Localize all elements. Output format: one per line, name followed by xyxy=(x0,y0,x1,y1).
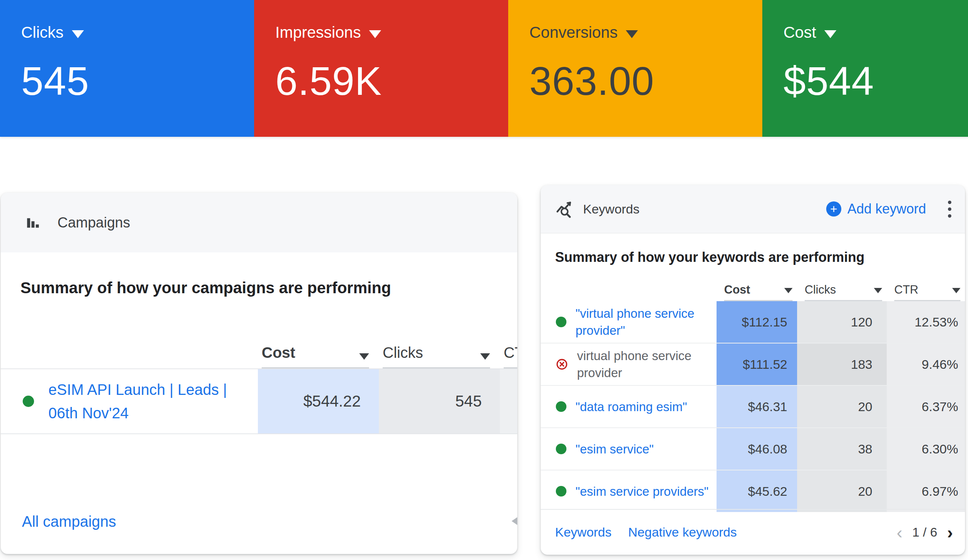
keywords-trend-search-icon xyxy=(555,200,573,218)
keyword-cost-cell: $45.62 xyxy=(716,471,797,512)
keyword-ctr-cell: 6.37% xyxy=(887,386,965,427)
status-enabled-icon xyxy=(23,396,34,407)
keywords-summary: Summary of how your keywords are perform… xyxy=(555,249,864,265)
metric-selector[interactable]: Clicks xyxy=(21,23,254,41)
metric-value: 545 xyxy=(21,58,254,104)
status-enabled-icon xyxy=(556,401,567,412)
keyword-row: "esim service" $46.08 38 6.30% xyxy=(541,427,965,470)
metric-label: Conversions xyxy=(529,23,617,41)
metric-value: 363.00 xyxy=(529,58,762,104)
campaigns-card-header: Campaigns xyxy=(1,193,517,253)
plus-circle-icon: + xyxy=(826,202,841,216)
negative-keywords-tab-link[interactable]: Negative keywords xyxy=(628,525,737,540)
header-cell-clicks[interactable]: Clicks xyxy=(797,280,887,301)
bar-chart-icon xyxy=(24,214,41,231)
campaign-table-row: eSIM API Launch | Leads | 06th Nov'24 $5… xyxy=(1,368,517,434)
keyword-ctr-cell: 9.46% xyxy=(887,344,965,385)
metric-value: $544 xyxy=(784,58,968,104)
header-cell-cost[interactable]: Cost xyxy=(258,334,379,368)
sort-triangle-icon xyxy=(952,288,960,293)
keyword-name-cell: virtual phone service provider xyxy=(541,344,716,385)
campaign-name-cell: eSIM API Launch | Leads | 06th Nov'24 xyxy=(1,369,258,433)
campaign-ctr-cell xyxy=(500,369,517,433)
keyword-name-cell: "esim service" xyxy=(541,428,716,470)
header-cell-cost[interactable]: Cost xyxy=(716,280,797,301)
keyword-cost-cell: $112.15 xyxy=(716,301,797,343)
campaigns-table: Cost Clicks CTR eSIM API Launch | xyxy=(1,334,517,434)
metric-selector[interactable]: Impressions xyxy=(275,23,508,41)
keywords-card: Keywords + Add keyword Summary of how yo… xyxy=(541,185,965,555)
plus-glyph: + xyxy=(830,203,837,215)
chevron-down-icon xyxy=(824,30,836,38)
page-next-chevron-icon[interactable]: › xyxy=(947,524,953,541)
keywords-footer: Keywords Negative keywords ‹ 1 / 6 › xyxy=(541,509,965,555)
keyword-name-cell: "virtual phone service provider" xyxy=(541,301,716,343)
keyword-cost-cell: $46.08 xyxy=(716,428,797,470)
column-label-clicks: Clicks xyxy=(805,283,836,297)
campaign-cost-cell: $544.22 xyxy=(258,369,379,433)
sort-triangle-icon xyxy=(874,288,882,293)
column-label-ctr: CTR xyxy=(504,344,517,361)
add-keyword-button[interactable]: + Add keyword xyxy=(826,201,926,217)
metric-selector[interactable]: Cost xyxy=(784,23,968,41)
keyword-clicks-cell: 38 xyxy=(797,428,887,470)
status-enabled-icon xyxy=(556,486,567,497)
keyword-row: virtual phone service provider $111.52 1… xyxy=(541,343,965,385)
column-label-cost: Cost xyxy=(724,283,750,297)
keywords-title: Keywords xyxy=(583,202,640,216)
keyword-link[interactable]: "virtual phone service provider" xyxy=(575,305,716,339)
campaigns-summary: Summary of how your campaigns are perfor… xyxy=(20,279,391,297)
keyword-row: "virtual phone service provider" $112.15… xyxy=(541,301,965,343)
chevron-down-icon xyxy=(369,30,381,38)
clipped-left-triangle-icon[interactable] xyxy=(512,515,517,527)
page-indicator: 1 / 6 xyxy=(912,525,937,540)
keyword-cost-cell: $111.52 xyxy=(716,344,797,385)
chevron-down-icon xyxy=(72,30,84,38)
metric-selector[interactable]: Conversions xyxy=(529,23,762,41)
page-prev-chevron-icon[interactable]: ‹ xyxy=(897,524,902,541)
keyword-ctr-cell: 6.30% xyxy=(887,428,965,470)
keywords-table: Cost Clicks CTR "virtual phone s xyxy=(541,280,965,512)
keyword-clicks-cell: 120 xyxy=(797,301,887,343)
header-cell-clicks[interactable]: Clicks xyxy=(379,334,500,368)
keyword-link[interactable]: "data roaming esim" xyxy=(575,398,687,415)
keywords-tab-link[interactable]: Keywords xyxy=(555,525,612,540)
keyword-ctr-cell: 6.97% xyxy=(887,471,965,512)
keyword-link[interactable]: "esim service" xyxy=(575,441,654,458)
column-label-cost: Cost xyxy=(262,344,295,361)
metric-label: Clicks xyxy=(21,23,63,41)
column-label-ctr: CTR xyxy=(894,283,918,297)
keyword-link[interactable]: "esim service providers" xyxy=(575,483,709,500)
keyword-text: virtual phone service provider xyxy=(577,347,716,381)
keyword-row: "esim service providers" $45.62 20 6.97% xyxy=(541,470,965,512)
keyword-name-cell: "esim service providers" xyxy=(541,471,716,512)
sort-triangle-icon xyxy=(784,288,792,293)
status-removed-icon xyxy=(556,358,568,370)
metric-value: 6.59K xyxy=(275,58,508,104)
keyword-clicks-cell: 20 xyxy=(797,471,887,512)
keyword-cost-cell: $46.31 xyxy=(716,386,797,427)
status-enabled-icon xyxy=(556,444,567,454)
keywords-card-header: Keywords + Add keyword xyxy=(541,185,965,233)
metric-label: Impressions xyxy=(275,23,361,41)
keyword-name-cell: "data roaming esim" xyxy=(541,386,716,427)
campaign-clicks-cell: 545 xyxy=(379,369,500,433)
keyword-row: "data roaming esim" $46.31 20 6.37% xyxy=(541,385,965,427)
header-cell-ctr[interactable]: CTR xyxy=(887,280,965,301)
status-enabled-icon xyxy=(556,317,567,327)
metric-card-conversions[interactable]: Conversions 363.00 xyxy=(508,0,762,137)
keyword-ctr-cell: 12.53% xyxy=(887,301,965,343)
keyword-clicks-cell: 20 xyxy=(797,386,887,427)
metric-card-impressions[interactable]: Impressions 6.59K xyxy=(254,0,508,137)
add-keyword-label: Add keyword xyxy=(847,201,926,217)
kebab-menu-icon[interactable] xyxy=(946,198,954,220)
header-cell-ctr[interactable]: CTR xyxy=(500,334,517,368)
campaign-link[interactable]: eSIM API Launch | Leads | 06th Nov'24 xyxy=(48,378,239,425)
header-cell-name xyxy=(1,334,258,368)
keywords-table-header: Cost Clicks CTR xyxy=(541,280,965,301)
metric-card-clicks[interactable]: Clicks 545 xyxy=(0,0,254,137)
sort-triangle-icon xyxy=(359,353,369,360)
campaigns-table-header: Cost Clicks CTR xyxy=(1,334,517,368)
all-campaigns-link[interactable]: All campaigns xyxy=(22,513,116,530)
metric-card-cost[interactable]: Cost $544 xyxy=(762,0,968,137)
